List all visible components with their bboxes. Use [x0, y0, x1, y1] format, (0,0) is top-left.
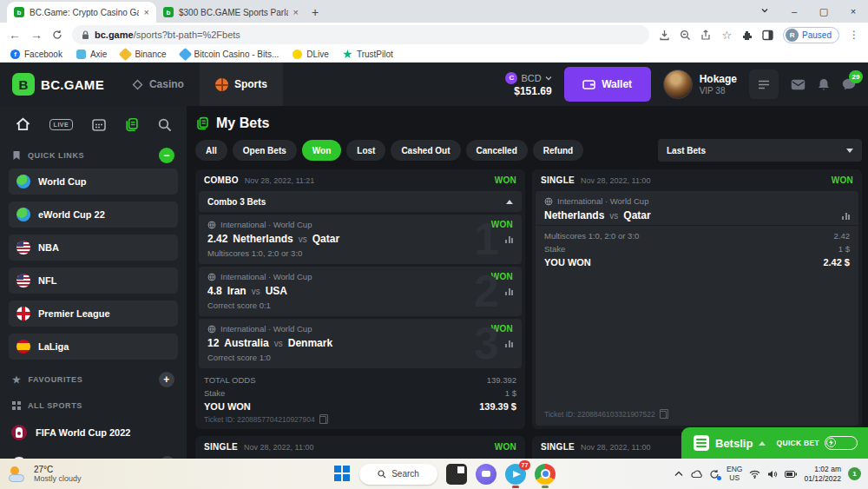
bookmark-dlive[interactable]: DLive — [293, 50, 329, 59]
sidebar-item-nba[interactable]: NBA — [9, 235, 178, 261]
sidebar-item-world-cup[interactable]: World Cup — [9, 169, 178, 195]
forward-button[interactable]: → — [30, 29, 43, 41]
telegram-icon[interactable]: 77 — [505, 464, 526, 485]
taskbar-app-icon[interactable] — [446, 464, 467, 485]
clock[interactable]: 1:02 am 01/12/2022 — [804, 465, 841, 483]
language-indicator[interactable]: ENG US — [727, 466, 742, 483]
browser-tab-2[interactable]: b $300 BC.GAME Sports Parlays Ch × — [156, 2, 306, 23]
sidebar-item-nfl[interactable]: NFL — [9, 268, 178, 294]
copy-icon[interactable] — [319, 416, 326, 424]
volume-icon[interactable] — [767, 470, 778, 479]
quick-bet-toggle[interactable] — [825, 436, 858, 450]
wallet-button[interactable]: Wallet — [564, 67, 651, 102]
bookmark-trustpilot[interactable]: TrustPilot — [343, 50, 393, 59]
bookmark-binance[interactable]: Binance — [121, 50, 166, 59]
star-icon — [343, 50, 352, 59]
filter-all[interactable]: All — [195, 140, 227, 161]
sidebar-item-fifa-world-cup[interactable]: FIFA World Cup 2022 — [0, 419, 187, 446]
filter-refund[interactable]: Refund — [533, 140, 583, 161]
stats-icon[interactable] — [505, 340, 513, 347]
currency-selector[interactable]: C BCD $151.69 — [505, 72, 551, 97]
sync-icon[interactable] — [709, 469, 720, 479]
filter-won[interactable]: Won — [302, 140, 341, 161]
tab-close-icon[interactable]: × — [144, 7, 149, 17]
stats-icon[interactable] — [505, 235, 513, 243]
search-icon[interactable] — [158, 118, 171, 131]
inbox-button[interactable] — [791, 79, 806, 90]
sidebar-item-soccer[interactable]: Soccer + — [0, 450, 187, 459]
battery-icon[interactable] — [785, 471, 797, 478]
globe-icon — [207, 325, 216, 334]
schedule-icon[interactable] — [92, 118, 106, 131]
sidebar-item-eworld-cup[interactable]: eWorld Cup 22 — [9, 202, 178, 228]
hidden-icons-chevron[interactable] — [674, 471, 683, 477]
onedrive-icon[interactable] — [690, 470, 702, 478]
filter-open-bets[interactable]: Open Bets — [233, 140, 297, 161]
tab-search-icon[interactable] — [750, 6, 779, 17]
start-button[interactable] — [334, 466, 351, 482]
bookmark-bitcoin-casino[interactable]: Bitcoin Casino - Bits... — [181, 50, 279, 59]
download-icon[interactable] — [659, 30, 670, 41]
bcgame-logo[interactable]: B BC.GAME — [0, 73, 116, 96]
nav-sports[interactable]: Sports — [200, 63, 283, 106]
casino-diamond-icon — [132, 79, 143, 90]
bookmark-star-icon[interactable]: ☆ — [721, 29, 732, 42]
chrome-icon[interactable] — [535, 464, 556, 485]
nav-casino[interactable]: Casino — [116, 63, 200, 106]
bet-type: SINGLE — [541, 175, 575, 185]
notifications-button[interactable] — [818, 78, 830, 91]
filter-lost[interactable]: Lost — [346, 140, 385, 161]
sidebar-item-laliga[interactable]: LaLiga — [9, 334, 178, 360]
bookmark-axie[interactable]: Axie — [76, 50, 107, 59]
combo-toggle-row[interactable]: Combo 3 Bets — [199, 191, 522, 212]
running-indicator — [542, 486, 549, 488]
back-button[interactable]: ← — [9, 29, 21, 41]
stats-icon[interactable] — [842, 212, 850, 220]
add-favourite-button[interactable]: + — [159, 372, 174, 387]
profile-chip[interactable]: R Paused — [783, 27, 839, 43]
new-tab-button[interactable]: + — [306, 3, 325, 22]
collapse-quick-links-button[interactable]: − — [159, 148, 174, 163]
bcgame-favicon: b — [14, 7, 24, 17]
my-bets-icon[interactable] — [124, 117, 139, 132]
copy-icon[interactable] — [660, 411, 667, 419]
extensions-icon[interactable] — [741, 30, 753, 41]
address-bar[interactable]: bc.game/sports?bt-path=%2Fbets — [72, 25, 649, 44]
odds: 2.42 — [834, 231, 851, 241]
filter-cashed-out[interactable]: Cashed Out — [391, 140, 460, 161]
binance-icon — [119, 48, 133, 62]
chat-button[interactable]: 29 — [842, 78, 856, 90]
browser-menu-icon[interactable]: ⋮ — [849, 29, 859, 41]
bet-list-button[interactable] — [749, 69, 779, 99]
bookmark-facebook[interactable]: fFacebook — [10, 50, 62, 59]
maximize-button[interactable]: ▢ — [809, 6, 838, 17]
notification-badge[interactable]: 1 — [848, 467, 861, 480]
filter-cancelled[interactable]: Cancelled — [466, 140, 528, 161]
minimize-button[interactable]: – — [779, 6, 809, 17]
reload-button[interactable] — [52, 30, 62, 40]
quick-links-header: QUICK LINKS − — [0, 142, 187, 169]
user-profile[interactable]: Hokage VIP 38 — [663, 69, 737, 99]
away-team: Qatar — [623, 209, 650, 221]
home-icon[interactable] — [16, 117, 30, 131]
basketball-icon — [215, 78, 228, 91]
browser-tab-1[interactable]: b BC.Game: Crypto Casino Games × — [7, 2, 156, 23]
betslip-icon — [694, 435, 709, 451]
bet-type: SINGLE — [204, 442, 238, 452]
side-panel-icon[interactable] — [762, 30, 773, 41]
bet-leg-3: 3 International · World Cup WON 12 Austr… — [199, 319, 522, 368]
zoom-icon[interactable] — [680, 30, 691, 41]
weather-widget[interactable]: 27°C Mostly cloudy — [0, 465, 191, 483]
sort-dropdown[interactable]: Last Bets — [658, 139, 862, 162]
betslip-bar[interactable]: Betslip QUICK BET — [681, 427, 868, 459]
share-icon[interactable] — [700, 30, 712, 41]
chat-app-icon[interactable] — [476, 464, 496, 485]
sidebar-item-premier-league[interactable]: Premier League — [9, 301, 178, 327]
stats-icon[interactable] — [505, 287, 513, 295]
tab-close-icon[interactable]: × — [293, 7, 299, 17]
wifi-icon[interactable] — [749, 470, 760, 479]
bet-date: Nov 28, 2022, 11:00 — [581, 443, 650, 452]
live-icon[interactable]: LIVE — [49, 119, 74, 130]
close-button[interactable]: × — [838, 6, 868, 17]
taskbar-search[interactable]: Search — [359, 464, 437, 485]
